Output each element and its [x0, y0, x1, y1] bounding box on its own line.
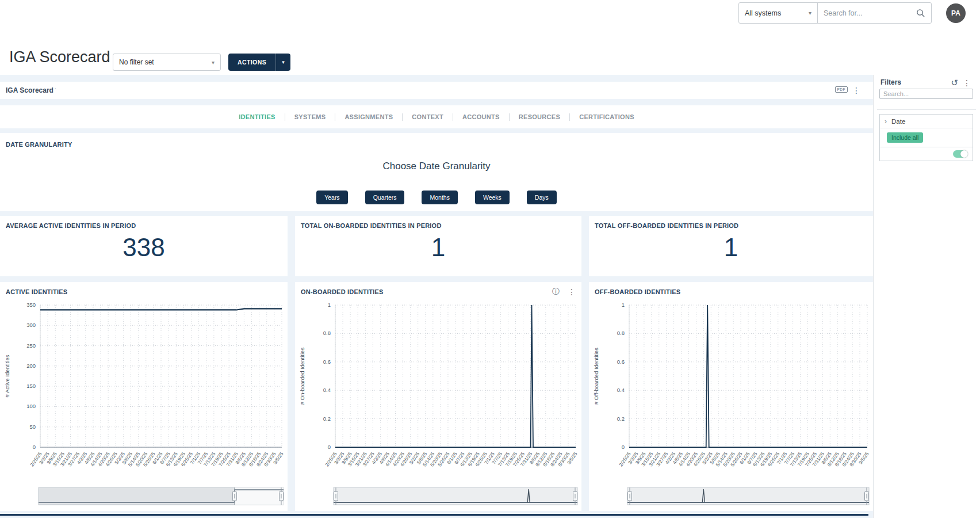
- avatar[interactable]: PA: [946, 3, 966, 23]
- chart-panel-active-identities: ACTIVE IDENTITIES 0501001502002503003502…: [0, 282, 288, 511]
- charts-row: ACTIVE IDENTITIES 0501001502002503003502…: [0, 282, 873, 511]
- active-identities-chart[interactable]: 0501001502002503003502/25/253/3/253/9/25…: [0, 297, 288, 510]
- y-tick-label: 250: [26, 342, 36, 349]
- kpi-row: AVERAGE ACTIVE IDENTITIES IN PERIOD 338 …: [0, 216, 873, 276]
- search-input[interactable]: [824, 9, 916, 17]
- filter-group-date-header[interactable]: › Date: [880, 115, 973, 128]
- chart-header-icons: ⓘ ⋮: [552, 287, 576, 297]
- y-tick-label: 0.8: [617, 330, 625, 336]
- y-tick-label: 1: [622, 302, 625, 308]
- tab-context[interactable]: CONTEXT: [403, 113, 453, 120]
- dashboard-content: IGA Scorecard ` PDF ⋮ IDENTITIES SYSTEMS…: [0, 75, 873, 518]
- filter-set-value: No filter set: [119, 58, 154, 66]
- tab-assignments[interactable]: ASSIGNMENTS: [335, 113, 402, 120]
- chart-title: ACTIVE IDENTITIES: [6, 288, 67, 295]
- date-granularity-label: DATE GRANULARITY: [6, 141, 72, 148]
- y-tick-label: 100: [26, 403, 36, 409]
- tab-resources[interactable]: RESOURCES: [510, 113, 569, 120]
- system-scope-select[interactable]: All systems ▾: [739, 3, 818, 23]
- filter-group-date: › Date Include all: [879, 114, 973, 161]
- granularity-heading: Choose Date Granularity: [0, 161, 873, 172]
- tab-certifications[interactable]: CERTIFICATIONS: [570, 113, 644, 120]
- actions-button[interactable]: ACTIONS: [228, 54, 275, 71]
- granularity-button-months[interactable]: Months: [422, 191, 457, 204]
- actions-caret-button[interactable]: ▾: [275, 54, 290, 71]
- date-granularity-panel: DATE GRANULARITY Choose Date Granularity…: [0, 133, 873, 211]
- chart-panel-onboarded-identities: ON-BOARDED IDENTITIES ⓘ ⋮ 00.20.40.60.81…: [295, 282, 581, 511]
- kpi-value: 1: [295, 233, 581, 262]
- search-icon[interactable]: [916, 9, 925, 18]
- system-scope-value: All systems: [745, 9, 781, 17]
- toggle-knob: [960, 150, 968, 158]
- kpi-label: AVERAGE ACTIVE IDENTITIES IN PERIOD: [6, 222, 136, 229]
- kpi-card-average-active: AVERAGE ACTIVE IDENTITIES IN PERIOD 338: [0, 216, 288, 276]
- y-tick-label: 350: [26, 302, 36, 308]
- granularity-button-weeks[interactable]: Weeks: [475, 191, 510, 204]
- y-axis-title: # Active Identities: [4, 355, 10, 397]
- filter-set-select[interactable]: No filter set ▾: [113, 54, 221, 71]
- series-line: [40, 308, 282, 310]
- granularity-button-quarters[interactable]: Quarters: [365, 191, 405, 204]
- chart-header: OFF-BOARDED IDENTITIES: [589, 282, 873, 297]
- chart-title: OFF-BOARDED IDENTITIES: [595, 288, 680, 295]
- kpi-card-offboarded: TOTAL OFF-BOARDED IDENTITIES IN PERIOD 1: [589, 216, 873, 276]
- chart-header: ACTIVE IDENTITIES: [0, 282, 288, 297]
- chevron-down-icon: ▾: [212, 59, 215, 66]
- pdf-export-icon[interactable]: PDF: [835, 86, 848, 93]
- filter-toggle-row: [880, 147, 973, 161]
- page-title: IGA Scorecard: [9, 48, 110, 66]
- granularity-button-years[interactable]: Years: [316, 191, 347, 204]
- chevron-down-icon: ▾: [809, 10, 811, 16]
- y-tick-label: 0.4: [323, 387, 331, 393]
- widget-title: IGA Scorecard: [6, 86, 53, 94]
- tab-accounts[interactable]: ACCOUNTS: [453, 113, 509, 120]
- onboarded-identities-chart[interactable]: 00.20.40.60.812/25/253/3/253/9/253/15/25…: [295, 297, 581, 510]
- kpi-value: 1: [589, 233, 873, 262]
- chart-header: ON-BOARDED IDENTITIES ⓘ ⋮: [295, 282, 581, 297]
- scorecard-tabs: IDENTITIES SYSTEMS ASSIGNMENTS CONTEXT A…: [0, 105, 873, 128]
- info-icon[interactable]: ⓘ: [552, 287, 560, 297]
- search-box: [818, 3, 931, 23]
- kpi-value: 338: [0, 233, 288, 262]
- offboarded-identities-chart[interactable]: 00.20.40.60.812/25/253/3/253/9/253/15/25…: [589, 297, 873, 510]
- kebab-icon[interactable]: ⋮: [963, 79, 971, 87]
- y-tick-label: 0.8: [323, 330, 331, 336]
- kpi-label: TOTAL ON-BOARDED IDENTITIES IN PERIOD: [301, 222, 442, 229]
- tab-systems[interactable]: SYSTEMS: [285, 113, 335, 120]
- tab-identities[interactable]: IDENTITIES: [229, 113, 285, 120]
- divider: [877, 109, 976, 110]
- widget-header: IGA Scorecard ` PDF ⋮: [0, 82, 873, 99]
- refresh-icon[interactable]: ↺: [951, 78, 958, 87]
- y-tick-label: 300: [26, 322, 36, 328]
- filters-title: Filters: [881, 78, 901, 86]
- y-tick-label: 0: [622, 444, 625, 450]
- kpi-label: TOTAL OFF-BOARDED IDENTITIES IN PERIOD: [595, 222, 738, 229]
- chart-title: ON-BOARDED IDENTITIES: [301, 288, 384, 295]
- y-tick-label: 0.2: [617, 416, 625, 422]
- y-tick-label: 0.6: [323, 359, 331, 365]
- kebab-icon[interactable]: ⋮: [852, 86, 860, 94]
- granularity-buttons: Years Quarters Months Weeks Days: [0, 191, 873, 204]
- y-tick-label: 200: [26, 363, 36, 369]
- filter-group-label: Date: [891, 118, 905, 125]
- include-all-chip[interactable]: Include all: [887, 132, 923, 143]
- y-tick-label: 50: [29, 424, 36, 430]
- filter-chip-row: Include all: [880, 128, 973, 147]
- y-tick-label: 0.6: [617, 359, 625, 365]
- y-axis-title: # On-boarded Identities: [299, 348, 305, 405]
- y-tick-label: 0: [33, 444, 36, 450]
- series-line: [629, 305, 867, 447]
- global-search-group: All systems ▾: [738, 2, 932, 24]
- actions-split-button: ACTIONS ▾: [228, 54, 290, 71]
- chevron-right-icon: ›: [885, 117, 887, 125]
- filter-toggle[interactable]: [953, 150, 968, 158]
- granularity-button-days[interactable]: Days: [527, 191, 557, 204]
- kebab-icon[interactable]: ⋮: [568, 288, 576, 296]
- top-bar: All systems ▾ PA: [0, 0, 980, 28]
- widget-title-mark: `: [55, 87, 56, 93]
- y-tick-label: 0.4: [617, 387, 625, 393]
- filters-search-input[interactable]: [879, 89, 973, 99]
- series-line: [335, 305, 576, 447]
- kpi-card-onboarded: TOTAL ON-BOARDED IDENTITIES IN PERIOD 1: [295, 216, 581, 276]
- y-tick-label: 1: [328, 302, 331, 308]
